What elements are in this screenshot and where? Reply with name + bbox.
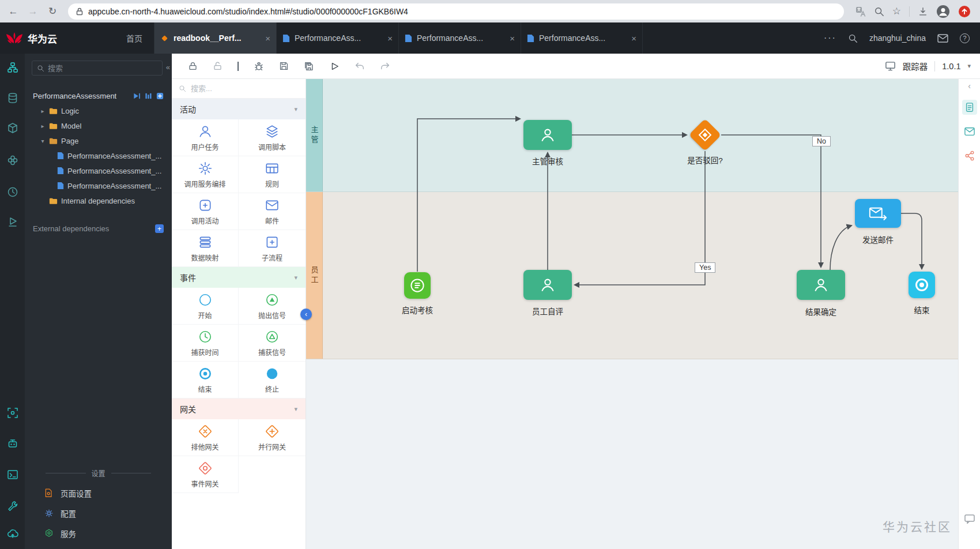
monitor-icon[interactable] [885,61,896,72]
unlock-icon[interactable] [213,61,223,71]
add-dependency-icon[interactable]: + [155,224,164,233]
tree-project-root[interactable]: PerformanceAssessment [25,88,172,103]
browser-refresh-icon[interactable]: ↻ [44,3,61,20]
save-icon[interactable] [279,61,289,71]
download-icon[interactable] [918,6,928,17]
tree-page-item[interactable]: PerformanceAssessment_... [25,148,172,163]
palette-collapse-icon[interactable]: ‹ [300,309,312,320]
tab-close-icon[interactable]: × [510,33,515,43]
explorer-search-input[interactable] [48,64,157,73]
collapse-explorer-icon[interactable]: « [166,63,170,72]
mail-icon[interactable] [937,34,948,43]
scan-icon[interactable] [0,403,25,423]
project-add-icon[interactable] [156,92,164,100]
cloud-upload-icon[interactable] [0,523,25,544]
palette-item-catch-signal[interactable]: 捕获信号 [239,325,306,362]
home-link[interactable]: 首页 [126,32,142,44]
version-dropdown-icon[interactable]: ▾ [967,62,971,70]
version-label[interactable]: 1.0.1 [942,62,960,71]
tab-performance-2[interactable]: PerformanceAss... × [398,22,521,54]
palette-search-input[interactable] [191,84,299,93]
debug-run-icon[interactable] [0,212,25,232]
tree-internal-dependencies[interactable]: Internal dependencies [25,193,172,208]
help-icon[interactable]: ? [960,33,970,43]
tab-performance-1[interactable]: PerformanceAss... × [276,22,398,54]
browser-forward-icon[interactable]: → [24,3,42,20]
profile-avatar-icon[interactable] [936,5,950,18]
node-self-evaluation[interactable] [523,270,572,300]
header-search-icon[interactable] [848,33,858,43]
data-model-icon[interactable] [0,88,25,108]
palette-item-subprocess[interactable]: 子流程 [239,230,306,267]
robot-icon[interactable] [0,433,25,454]
caret-icon[interactable]: ▸ [40,108,46,114]
palette-item-data-mapping[interactable]: 数据映射 [172,230,239,267]
palette-section-gateways[interactable]: 网关 ▾ [172,398,306,419]
tree-page-item[interactable]: PerformanceAssessment_... [25,163,172,178]
tree-page-item[interactable]: PerformanceAssessment_... [25,178,172,193]
tree-folder-logic[interactable]: ▸ Logic [25,103,172,118]
mail-panel-icon[interactable] [962,124,977,139]
palette-item-parallel-gateway[interactable]: 并行网关 [239,419,306,456]
caret-icon[interactable]: ▾ [40,138,46,144]
palette-item-user-task[interactable]: 用户任务 [172,119,239,156]
palette-item-throw-signal[interactable]: 抛出信号 [239,288,306,325]
plugin-icon[interactable] [0,150,25,171]
save-all-icon[interactable] [304,61,314,72]
tab-close-icon[interactable]: × [265,33,270,43]
browser-update-icon[interactable] [958,5,971,18]
palette-item-exclusive-gateway[interactable]: 排他网关 [172,419,239,456]
tab-readbook-perf[interactable]: readbook__Perf... × [154,22,276,54]
config-item[interactable]: 配置 [25,503,172,523]
tab-close-icon[interactable]: × [387,33,393,43]
translate-icon[interactable] [855,6,866,17]
package-icon[interactable] [0,118,25,138]
app-structure-icon[interactable] [0,57,25,78]
lock-icon[interactable] [188,61,198,71]
more-tabs-icon[interactable]: ··· [824,33,836,43]
debug-icon[interactable] [254,61,264,72]
flow-canvas[interactable]: 主管 员工 启动考核 主管审核 是否驳回? [306,79,958,549]
palette-section-activities[interactable]: 活动 ▾ [172,99,306,119]
username[interactable]: zhanghui_china [869,33,926,43]
properties-panel-icon[interactable] [962,100,977,115]
find-zoom-icon[interactable] [874,6,884,17]
site-lock-icon[interactable] [76,7,83,16]
palette-item-start-event[interactable]: 开始 [172,288,239,325]
palette-item-call-script[interactable]: 调用脚本 [239,119,306,156]
timer-icon[interactable] [0,182,25,202]
node-result-confirm[interactable] [797,270,845,300]
address-bar[interactable]: appcube.cn-north-4.huaweicloud.com/studi… [68,3,844,20]
run-icon[interactable] [329,61,340,72]
tools-wrench-icon[interactable] [0,495,25,516]
tracker-button[interactable]: 跟踪器 [903,60,928,72]
tab-close-icon[interactable]: × [631,33,636,43]
node-end[interactable] [909,272,935,298]
palette-search[interactable] [172,79,306,99]
share-panel-icon[interactable] [962,148,977,163]
node-send-mail[interactable] [855,199,901,228]
bookmark-star-icon[interactable]: ☆ [892,5,901,17]
palette-item-call-orchestration[interactable]: 调用服务编排 [172,156,239,193]
terminal-icon[interactable] [0,464,25,485]
explorer-search[interactable] [32,61,163,76]
tab-performance-3[interactable]: PerformanceAss... × [521,22,643,54]
tree-folder-page[interactable]: ▾ Page [25,133,172,148]
project-columns-icon[interactable] [145,92,152,100]
node-start-assessment[interactable] [404,272,431,299]
palette-section-events[interactable]: 事件 ▾ [172,267,306,288]
undo-icon[interactable] [355,61,365,72]
service-item[interactable]: 服务 [25,523,172,543]
palette-item-terminate-event[interactable]: 终止 [239,362,306,398]
tree-folder-model[interactable]: ▸ Model [25,118,172,133]
palette-item-end-event[interactable]: 结束 [172,362,239,398]
external-dependencies-row[interactable]: External dependencies + [25,224,172,233]
palette-item-catch-timer[interactable]: 捕获时间 [172,325,239,362]
node-supervisor-review[interactable] [523,120,572,150]
palette-item-event-gateway[interactable]: 事件网关 [172,456,239,493]
project-run-icon[interactable] [133,92,141,100]
redo-icon[interactable] [380,61,390,72]
palette-item-mail[interactable]: 邮件 [239,193,306,230]
browser-back-icon[interactable]: ← [5,3,22,20]
page-settings-item[interactable]: 页面设置 [25,483,172,503]
